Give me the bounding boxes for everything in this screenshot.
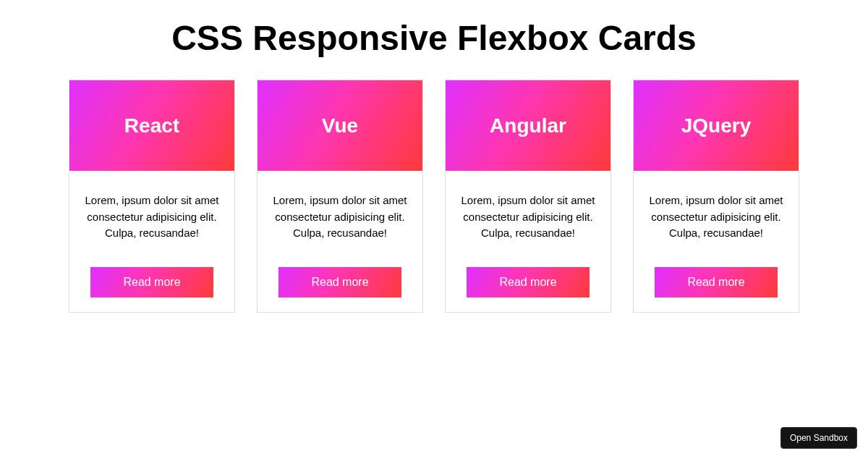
card-text: Lorem, ipsum dolor sit amet consectetur … (460, 193, 596, 242)
card-react: React Lorem, ipsum dolor sit amet consec… (69, 80, 235, 313)
read-more-button[interactable]: Read more (655, 267, 778, 297)
card-text: Lorem, ipsum dolor sit amet consectetur … (84, 193, 220, 242)
cards-container: React Lorem, ipsum dolor sit amet consec… (0, 80, 868, 313)
card-jquery: JQuery Lorem, ipsum dolor sit amet conse… (633, 80, 799, 313)
card-body: Lorem, ipsum dolor sit amet consectetur … (258, 171, 422, 312)
card-vue: Vue Lorem, ipsum dolor sit amet consecte… (257, 80, 423, 313)
card-header: Vue (258, 80, 422, 171)
card-title: JQuery (681, 114, 752, 138)
card-text: Lorem, ipsum dolor sit amet consectetur … (648, 193, 784, 242)
read-more-button[interactable]: Read more (467, 267, 590, 297)
read-more-button[interactable]: Read more (90, 267, 213, 297)
card-text: Lorem, ipsum dolor sit amet consectetur … (272, 193, 408, 242)
card-title: Vue (322, 114, 358, 138)
page-title: CSS Responsive Flexbox Cards (0, 0, 868, 80)
open-sandbox-button[interactable]: Open Sandbox (780, 427, 857, 449)
card-title: React (124, 114, 179, 138)
read-more-button[interactable]: Read more (278, 267, 401, 297)
card-title: Angular (490, 114, 566, 138)
card-body: Lorem, ipsum dolor sit amet consectetur … (634, 171, 799, 312)
card-angular: Angular Lorem, ipsum dolor sit amet cons… (445, 80, 611, 313)
card-header: JQuery (634, 80, 799, 171)
card-body: Lorem, ipsum dolor sit amet consectetur … (69, 171, 234, 312)
card-header: React (69, 80, 234, 171)
card-body: Lorem, ipsum dolor sit amet consectetur … (446, 171, 610, 312)
card-header: Angular (446, 80, 610, 171)
